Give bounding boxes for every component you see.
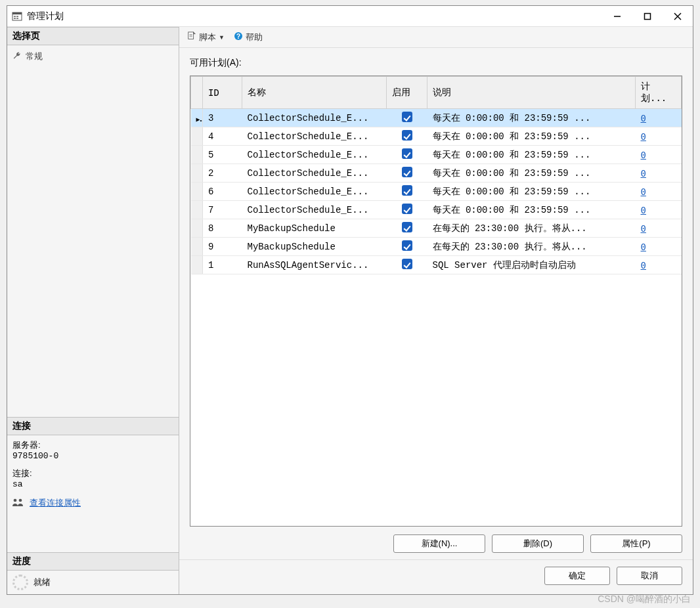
col-header-name[interactable]: 名称 xyxy=(242,77,387,109)
progress-status: 就绪 xyxy=(33,576,51,588)
svg-rect-7 xyxy=(645,13,651,19)
new-button[interactable]: 新建(N)... xyxy=(393,534,485,553)
checkbox-checked-icon[interactable] xyxy=(402,240,412,251)
close-button[interactable] xyxy=(663,6,693,27)
schedule-count-link[interactable]: 0 xyxy=(641,242,646,252)
cell-desc: 在每天的 23:30:00 执行。将从... xyxy=(427,219,636,238)
cell-id: 9 xyxy=(203,238,242,256)
table-row[interactable]: 7CollectorSchedule_E...每天在 0:00:00 和 23:… xyxy=(191,201,682,219)
schedule-count-link[interactable]: 0 xyxy=(641,131,646,142)
cell-enabled[interactable] xyxy=(387,201,427,219)
cell-id: 1 xyxy=(203,256,242,274)
cell-count[interactable]: 0 xyxy=(636,183,682,201)
cell-count[interactable]: 0 xyxy=(636,238,682,256)
table-row[interactable]: 2CollectorSchedule_E...每天在 0:00:00 和 23:… xyxy=(191,164,682,183)
checkbox-checked-icon[interactable] xyxy=(402,130,412,141)
cell-count[interactable]: 0 xyxy=(636,127,682,146)
cell-name: RunAsSQLAgentServic... xyxy=(242,256,387,274)
cell-count[interactable]: 0 xyxy=(636,201,682,219)
row-indicator xyxy=(191,183,203,201)
cell-id: 2 xyxy=(203,164,242,183)
cell-count[interactable]: 0 xyxy=(636,256,682,274)
cell-count[interactable]: 0 xyxy=(636,146,682,164)
script-label: 脚本 xyxy=(199,32,216,43)
table-row[interactable]: 6CollectorSchedule_E...每天在 0:00:00 和 23:… xyxy=(191,183,682,201)
svg-rect-3 xyxy=(16,16,18,17)
checkbox-checked-icon[interactable] xyxy=(402,148,412,159)
table-row[interactable]: 4CollectorSchedule_E...每天在 0:00:00 和 23:… xyxy=(191,127,682,146)
properties-button[interactable]: 属性(P) xyxy=(590,534,682,553)
ok-button[interactable]: 确定 xyxy=(544,567,610,585)
cell-name: CollectorSchedule_E... xyxy=(242,164,387,183)
cell-enabled[interactable] xyxy=(387,109,427,127)
schedule-count-link[interactable]: 0 xyxy=(641,168,646,179)
svg-rect-2 xyxy=(14,16,16,17)
checkbox-checked-icon[interactable] xyxy=(402,204,412,214)
connection-info: 服务器: 9785100-0 连接: sa xyxy=(7,435,179,493)
schedule-count-link[interactable]: 0 xyxy=(641,223,646,234)
row-selector-header xyxy=(191,77,203,109)
col-header-enabled[interactable]: 启用 xyxy=(387,77,427,109)
available-schedules-label: 可用计划(A): xyxy=(190,57,682,69)
minimize-button[interactable] xyxy=(602,6,632,27)
table-row[interactable]: 3CollectorSchedule_E...每天在 0:00:00 和 23:… xyxy=(191,109,682,127)
schedule-count-link[interactable]: 0 xyxy=(641,260,646,271)
table-row[interactable]: 1RunAsSQLAgentServic...SQL Server 代理启动时自… xyxy=(191,256,682,274)
svg-point-11 xyxy=(19,498,22,502)
schedule-count-link[interactable]: 0 xyxy=(641,186,646,197)
svg-rect-5 xyxy=(16,18,18,19)
table-row[interactable]: 5CollectorSchedule_E...每天在 0:00:00 和 23:… xyxy=(191,146,682,164)
toolbar: 脚本 ▼ ? 帮助 xyxy=(179,27,693,48)
checkbox-checked-icon[interactable] xyxy=(402,112,412,122)
conn-label: 连接: xyxy=(12,467,173,479)
cell-desc: 在每天的 23:30:00 执行。将从... xyxy=(427,238,636,256)
schedules-grid[interactable]: ID 名称 启用 说明 计划... 3CollectorSchedule_E..… xyxy=(190,76,682,527)
col-header-id[interactable]: ID xyxy=(203,77,242,109)
script-icon xyxy=(187,32,196,43)
delete-button[interactable]: 删除(D) xyxy=(492,534,584,553)
cell-name: CollectorSchedule_E... xyxy=(242,146,387,164)
view-connection-props-link[interactable]: 查看连接属性 xyxy=(30,497,81,509)
checkbox-checked-icon[interactable] xyxy=(402,259,412,269)
cell-enabled[interactable] xyxy=(387,127,427,146)
checkbox-checked-icon[interactable] xyxy=(402,222,412,232)
cell-desc: 每天在 0:00:00 和 23:59:59 ... xyxy=(427,127,636,146)
cell-enabled[interactable] xyxy=(387,183,427,201)
table-row[interactable]: 8MyBackupSchedule在每天的 23:30:00 执行。将从...0 xyxy=(191,219,682,238)
select-page-header: 选择页 xyxy=(7,27,179,45)
cancel-button[interactable]: 取消 xyxy=(617,567,682,585)
cell-count[interactable]: 0 xyxy=(636,164,682,183)
cell-enabled[interactable] xyxy=(387,219,427,238)
conn-value: sa xyxy=(12,479,173,489)
col-header-count[interactable]: 计划... xyxy=(636,77,682,109)
checkbox-checked-icon[interactable] xyxy=(402,185,412,196)
cell-desc: SQL Server 代理启动时自动启动 xyxy=(427,256,636,274)
nav-general[interactable]: 常规 xyxy=(12,49,173,64)
schedule-count-link[interactable]: 0 xyxy=(641,205,646,215)
cell-enabled[interactable] xyxy=(387,146,427,164)
checkbox-checked-icon[interactable] xyxy=(402,167,412,177)
nav-general-label: 常规 xyxy=(26,51,43,62)
col-header-desc[interactable]: 说明 xyxy=(427,77,636,109)
cell-desc: 每天在 0:00:00 和 23:59:59 ... xyxy=(427,109,636,127)
cell-count[interactable]: 0 xyxy=(636,109,682,127)
schedule-count-link[interactable]: 0 xyxy=(641,113,646,123)
titlebar[interactable]: 管理计划 xyxy=(7,6,693,27)
connection-icon xyxy=(12,498,24,509)
help-icon: ? xyxy=(234,32,243,43)
script-button[interactable]: 脚本 ▼ xyxy=(185,30,227,45)
cell-enabled[interactable] xyxy=(387,164,427,183)
app-icon xyxy=(11,11,23,22)
svg-rect-4 xyxy=(14,18,16,19)
watermark: CSDN @喝醉酒的小白 xyxy=(598,594,691,605)
cell-enabled[interactable] xyxy=(387,238,427,256)
schedule-count-link[interactable]: 0 xyxy=(641,150,646,160)
cell-enabled[interactable] xyxy=(387,256,427,274)
table-row[interactable]: 9MyBackupSchedule在每天的 23:30:00 执行。将从...0 xyxy=(191,238,682,256)
maximize-button[interactable] xyxy=(632,6,663,27)
cell-count[interactable]: 0 xyxy=(636,219,682,238)
right-panel: 脚本 ▼ ? 帮助 可用计划(A): xyxy=(179,27,693,594)
help-button[interactable]: ? 帮助 xyxy=(231,30,265,45)
row-indicator xyxy=(191,256,203,274)
server-value: 9785100-0 xyxy=(12,451,173,461)
